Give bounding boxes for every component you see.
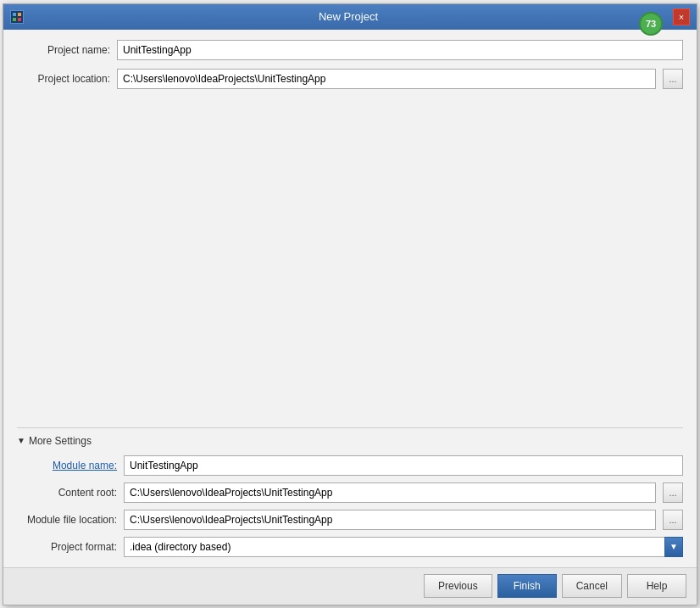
project-format-label: Project format:	[24, 541, 117, 553]
finish-button[interactable]: Finish	[497, 574, 557, 598]
project-location-label: Project location:	[17, 73, 110, 85]
more-settings-section: ▼ More Settings Module name: Content roo…	[17, 427, 683, 557]
close-button[interactable]: ×	[673, 8, 690, 25]
content-root-row: Content root: ...	[24, 482, 683, 503]
content-spacer	[17, 98, 683, 419]
svg-rect-2	[13, 18, 16, 21]
module-file-location-label: Module file location:	[24, 514, 117, 526]
badge: 73	[639, 12, 663, 36]
app-icon	[10, 10, 24, 24]
title-bar-left	[10, 10, 24, 24]
help-button[interactable]: Help	[627, 574, 686, 598]
new-project-dialog: New Project 73 × Project name: Project l…	[3, 3, 697, 605]
svg-rect-3	[18, 18, 21, 21]
module-file-location-row: Module file location: ...	[24, 510, 683, 530]
previous-button[interactable]: Previous	[424, 574, 492, 598]
module-name-label: Module name:	[24, 460, 117, 471]
module-name-input[interactable]	[124, 455, 683, 476]
module-file-location-browse-button[interactable]: ...	[663, 510, 683, 530]
svg-rect-0	[13, 13, 16, 16]
svg-rect-1	[18, 13, 21, 16]
project-format-select[interactable]: .idea (directory based) .ipr (file based…	[124, 537, 683, 557]
bottom-bar: Previous Finish Cancel Help	[3, 567, 697, 605]
more-settings-header[interactable]: ▼ More Settings	[17, 435, 683, 447]
expand-icon: ▼	[17, 436, 25, 445]
module-file-location-input[interactable]	[124, 510, 656, 530]
content-area: Project name: Project location: ... ▼ Mo…	[3, 30, 697, 567]
project-name-input[interactable]	[117, 40, 683, 60]
more-settings-label: More Settings	[29, 435, 92, 447]
content-root-input[interactable]	[124, 482, 656, 503]
project-location-browse-button[interactable]: ...	[663, 69, 683, 89]
project-location-input[interactable]	[117, 69, 656, 89]
dialog-title: New Project	[24, 10, 673, 23]
module-name-row: Module name:	[24, 455, 683, 476]
project-location-row: Project location: ...	[17, 69, 683, 89]
project-name-label: Project name:	[17, 44, 110, 56]
title-bar: New Project 73 ×	[3, 4, 697, 30]
cancel-button[interactable]: Cancel	[562, 574, 622, 598]
project-name-row: Project name:	[17, 40, 683, 60]
content-root-label: Content root:	[24, 487, 117, 499]
project-format-row: Project format: .idea (directory based) …	[24, 537, 683, 557]
project-format-select-wrapper: .idea (directory based) .ipr (file based…	[124, 537, 683, 557]
title-bar-content: New Project 73 ×	[10, 8, 690, 25]
content-root-browse-button[interactable]: ...	[663, 482, 683, 503]
more-settings-content: Module name: Content root: ... Module fi…	[17, 455, 683, 557]
module-name-link[interactable]: Module name:	[53, 460, 117, 471]
